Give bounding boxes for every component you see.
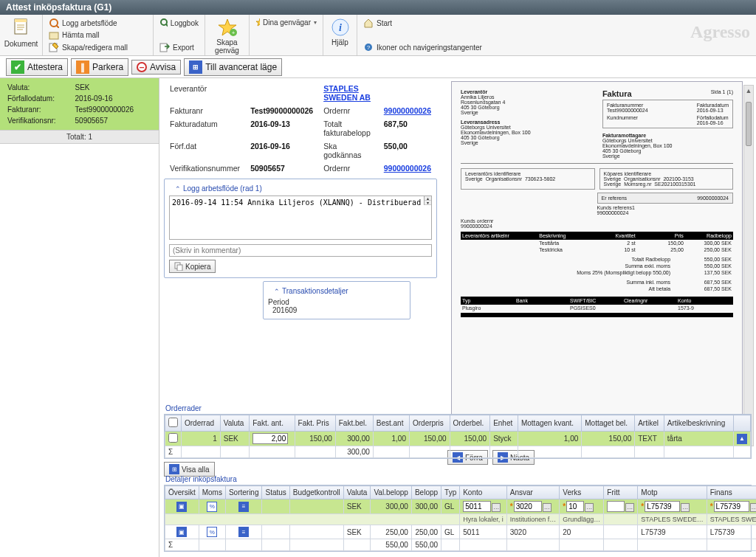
detail-row-1-hints: Hyra lokaler, i Institutionen f… Grundlä… [165,514,757,525]
detail-sum-row: Σ 550,00 550,00 [165,539,757,551]
detaljer-grid: ÖversiktMomsSorteringStatusBudgetkontrol… [164,485,752,552]
total-row: Totalt: 1 [0,130,159,144]
loggbok-button[interactable]: Loggbok [159,18,199,28]
star-icon: + [217,18,238,37]
log-spinner[interactable]: ▴▾ [424,196,431,205]
order-row[interactable]: 1 SEK 150,00 300,00 1,00 150,00 150,00 S… [165,432,751,446]
avvisa-button[interactable]: –Avvisa [131,60,181,75]
export-button[interactable]: Export [159,42,199,52]
attestera-button[interactable]: ✔Attestera [6,58,68,76]
skapa-genvag-label: Skapa genväg [215,38,239,55]
svg-text:+: + [231,30,235,36]
ikoner-nav-button[interactable]: ?Ikoner och navigeringstangenter [363,42,499,52]
overview-icon[interactable]: ▣ [176,502,187,512]
nav-icon: ? [363,42,374,52]
fritt-input[interactable] [607,501,625,512]
ordernr2-link[interactable]: 99000000026 [379,162,436,174]
left-summary-panel: Valuta:SEK Förfallodatum:2016-09-16 Fakt… [0,78,159,557]
template-open-icon [49,30,59,41]
svg-text:?: ? [367,44,371,51]
finans-input[interactable] [714,501,749,512]
ribbon: Dokument Logg arbetsflöde Hämta mall Ska… [0,15,756,56]
ansvar-lookup[interactable]: … [543,503,551,512]
dina-genvagar-button[interactable]: Dina genvägar▾ [255,18,317,27]
copy-icon [174,262,183,271]
detail-row-1[interactable]: ▣ % ≡ SEK 300,00 300,00 GL … *… *… … *… … [165,499,757,514]
motp-lookup[interactable]: … [681,503,690,512]
row-checkbox[interactable] [168,433,178,443]
verks-lookup[interactable]: … [585,503,594,512]
select-all-checkbox[interactable] [168,418,178,427]
workflow-log: 2016-09-14 11:54 Annika Liljeros (XLANNQ… [169,196,432,240]
home-icon [363,18,374,28]
hjalp-label: Hjälp [331,38,348,46]
ordernr-link[interactable]: 99000000026 [379,105,436,117]
action-bar: ✔Attestera ‖Parkera –Avvisa ⊞Till avance… [0,56,756,78]
konto-lookup[interactable]: … [492,503,501,512]
preview-scrollbar[interactable]: ▲ ▼ [743,85,754,446]
svg-point-8 [161,19,167,25]
detaljer-title: Detaljer inköpsfaktura [165,475,756,483]
svg-text:i: i [339,22,342,33]
dropdown-icon: ▾ [314,19,317,26]
kopiera-button[interactable]: Kopiera [169,260,216,273]
sum-row: Σ300,00 [165,446,751,458]
document-icon [12,18,31,38]
comment-input[interactable] [169,244,432,257]
log-icon [49,18,59,28]
svg-rect-9 [160,44,167,52]
dokument-button[interactable]: Dokument [4,18,38,48]
invoice-info-table: LeverantörSTAPLES SWEDEN AB FakturanrTes… [164,81,437,176]
scroll-up-icon[interactable]: ▲ [744,86,753,96]
motp-input[interactable] [645,501,680,512]
svg-marker-13 [256,18,260,26]
sort-icon[interactable]: ≡ [238,527,249,537]
brand-logo: Agresso [690,22,750,42]
avancerat-button[interactable]: ⊞Till avancerat läge [184,58,282,76]
svg-rect-1 [15,19,27,22]
logg-arbetsflode-button[interactable]: Logg arbetsflöde [49,18,147,28]
moms-icon[interactable]: % [207,527,217,537]
dokument-label: Dokument [4,40,38,48]
parkera-button[interactable]: ‖Parkera [71,58,128,76]
skapa-genvag-button[interactable]: + Skapa genväg [215,18,239,55]
hjalp-button[interactable]: i Hjälp [331,18,350,46]
moms-icon[interactable]: % [207,502,217,512]
detail-row-2[interactable]: ▣ % ≡ SEK 250,00 250,00 GL 5011 3020 20 … [165,525,757,539]
hamta-mall-button[interactable]: Hämta mall [49,30,147,41]
template-edit-icon [49,42,59,52]
collapse-icon[interactable]: ⌃ [175,185,181,193]
help-icon: i [331,18,350,37]
orderrader-grid: OrderradValutaFakt. ant.Fakt. PrisFakt.b… [164,414,752,459]
scroll-thumb[interactable] [746,102,752,146]
konto-input[interactable] [463,501,491,512]
summary-table: Valuta:SEK Förfallodatum:2016-09-16 Fakt… [4,81,154,127]
row-action-icon[interactable]: ▲ [737,434,747,444]
fritt-lookup[interactable]: … [625,503,634,512]
verks-input[interactable] [566,501,584,512]
window-titlebar: Attest inköpsfaktura (G1) [0,0,756,15]
leverantor-link[interactable]: STAPLES SWEDEN AB [319,83,378,103]
export-icon [159,42,170,52]
sort-icon[interactable]: ≡ [238,502,249,512]
finans-lookup[interactable]: … [750,503,756,512]
collapse-icon[interactable]: ⌃ [274,288,280,295]
star-small-icon [255,18,260,27]
fakt-ant-input[interactable] [252,433,288,444]
orderrader-title: Orderrader [165,404,756,412]
period-value: 201609 [268,306,405,314]
svg-rect-19 [177,265,182,271]
skapa-mall-button[interactable]: Skapa/redigera mall [49,42,147,52]
start-button[interactable]: Start [363,18,499,28]
logbook-icon [159,18,168,28]
svg-rect-6 [49,32,58,39]
ansvar-input[interactable] [514,501,542,512]
invoice-preview: Leverantör Annika LiljerosRosenlundsgata… [451,81,743,443]
period-label: Period [268,298,405,306]
overview-icon[interactable]: ▣ [176,527,187,537]
